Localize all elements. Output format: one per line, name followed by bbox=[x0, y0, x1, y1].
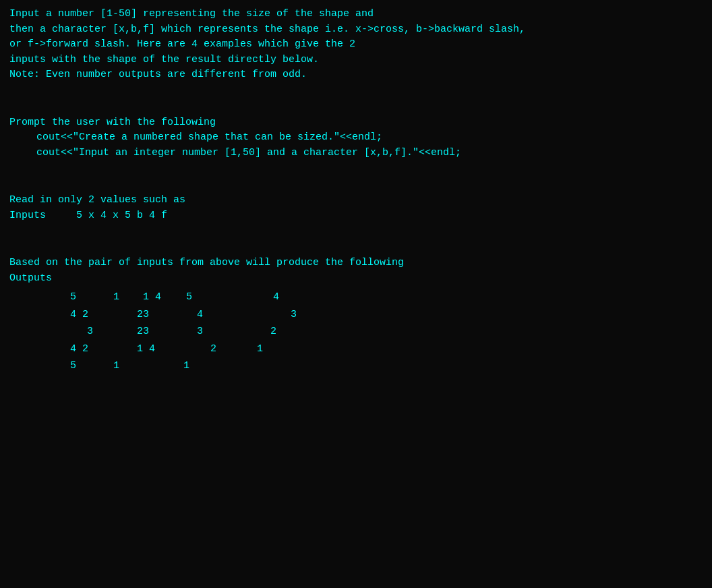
based-section: Based on the pair of inputs from above w… bbox=[9, 256, 703, 375]
output-row-2: 4 2 23 4 3 bbox=[70, 306, 703, 324]
prompt-header: Prompt the user with the following bbox=[9, 115, 703, 131]
prompt-section: Prompt the user with the following cout<… bbox=[9, 115, 703, 161]
based-header: Based on the pair of inputs from above w… bbox=[9, 256, 703, 271]
intro-line1: Input a number [1-50] representing the s… bbox=[9, 7, 703, 22]
output-row-5: 5 1 1 bbox=[70, 357, 703, 375]
outputs-label: Outputs bbox=[9, 271, 703, 287]
read-header: Read in only 2 values such as bbox=[9, 193, 703, 208]
intro-line4: inputs with the shape of the result dire… bbox=[9, 53, 703, 68]
outputs-display: 5 1 1 4 5 4 4 2 23 4 3 3 23 3 2 4 2 1 4 bbox=[9, 289, 703, 375]
prompt-line1: cout<<"Create a numbered shape that can … bbox=[9, 130, 703, 146]
inputs-values: 5 x 4 x 5 b 4 f bbox=[76, 210, 167, 221]
read-inputs: Inputs 5 x 4 x 5 b 4 f bbox=[9, 208, 703, 224]
main-content: Input a number [1-50] representing the s… bbox=[9, 7, 703, 375]
read-section: Read in only 2 values such as Inputs 5 x… bbox=[9, 193, 703, 223]
inputs-label: Inputs bbox=[9, 210, 46, 221]
output-row-1: 5 1 1 4 5 4 bbox=[70, 289, 703, 306]
intro-line2: then a character [x,b,f] which represent… bbox=[9, 22, 703, 38]
output-row-3: 3 23 3 2 bbox=[70, 323, 703, 341]
intro-line5: Note: Even number outputs are different … bbox=[9, 67, 703, 83]
intro-section: Input a number [1-50] representing the s… bbox=[9, 7, 703, 83]
output-row-4: 4 2 1 4 2 1 bbox=[70, 341, 703, 358]
intro-line3: or f->forward slash. Here are 4 examples… bbox=[9, 37, 703, 53]
prompt-line2: cout<<"Input an integer number [1,50] an… bbox=[9, 146, 703, 161]
